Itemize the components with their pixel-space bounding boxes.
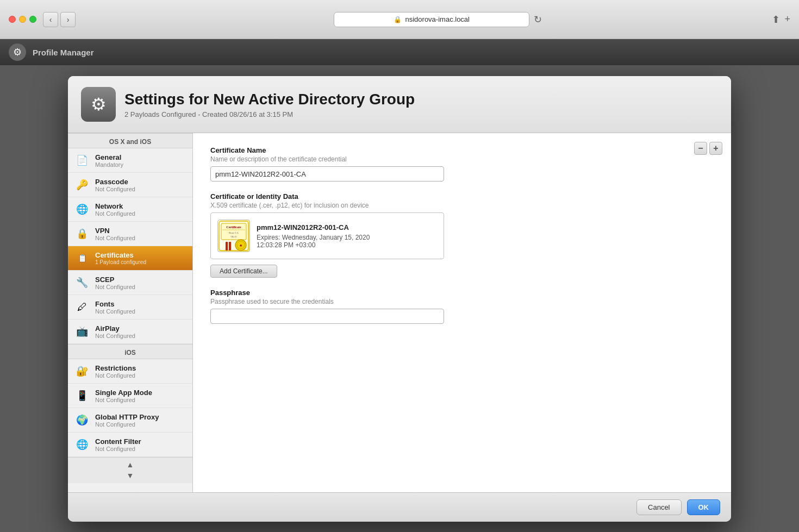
svg-rect-10 bbox=[229, 242, 231, 251]
passcode-icon: 🔑 bbox=[74, 177, 90, 192]
sidebar-item-status: Not Configured bbox=[95, 235, 186, 241]
sidebar-item-single-app-mode[interactable]: 📱 Single App Mode Not Configured bbox=[68, 384, 192, 408]
sidebar-item-name: SCEP bbox=[95, 276, 186, 284]
sidebar-item-text: Content Filter Not Configured bbox=[95, 437, 186, 452]
sidebar-item-text: Passcode Not Configured bbox=[95, 178, 186, 192]
sidebar-section-ios: iOS bbox=[68, 344, 192, 359]
forward-button[interactable]: › bbox=[60, 12, 76, 27]
modal-title: Settings for New Active Directory Group bbox=[124, 91, 415, 108]
share-button[interactable]: ⬆ bbox=[772, 14, 780, 26]
sidebar-item-vpn[interactable]: 🔒 VPN Not Configured bbox=[68, 222, 192, 246]
modal-body: OS X and iOS 📄 General Mandatory 🔑 Passc… bbox=[68, 133, 731, 492]
pm-title: Profile Manager bbox=[33, 48, 94, 57]
sidebar-item-http-proxy[interactable]: 🌍 Global HTTP Proxy Not Configured bbox=[68, 408, 192, 433]
add-certificate-button[interactable]: Add Certificate... bbox=[210, 265, 277, 278]
main-content: ⚙ Settings for New Active Directory Grou… bbox=[0, 65, 799, 532]
sidebar-item-status: Not Configured bbox=[95, 421, 186, 428]
sidebar-item-name: Passcode bbox=[95, 178, 186, 186]
modal-icon: ⚙ bbox=[81, 87, 116, 122]
restrictions-icon: 🔐 bbox=[74, 364, 90, 379]
sidebar-item-scep[interactable]: 🔧 SCEP Not Configured bbox=[68, 271, 192, 295]
passphrase-input[interactable] bbox=[210, 309, 444, 324]
minimize-button[interactable] bbox=[19, 16, 26, 23]
sidebar-item-status: Not Configured bbox=[95, 284, 186, 290]
cert-data-hint: X.509 certificate (.cer, .p12, etc) for … bbox=[210, 202, 714, 209]
sidebar-item-restrictions[interactable]: 🔐 Restrictions Not Configured bbox=[68, 359, 192, 384]
svg-text:Certificate: Certificate bbox=[226, 226, 241, 229]
cert-thumbnail: Certificate Root CA VALID ★ bbox=[217, 220, 250, 252]
http-proxy-icon: 🌍 bbox=[74, 412, 90, 428]
reload-button[interactable]: ↻ bbox=[534, 14, 542, 26]
back-button[interactable]: ‹ bbox=[43, 12, 58, 27]
sidebar-item-passcode[interactable]: 🔑 Passcode Not Configured bbox=[68, 173, 192, 197]
browser-actions: ⬆ + bbox=[772, 14, 790, 26]
scep-icon: 🔧 bbox=[74, 275, 90, 290]
sidebar-item-name: Certificates bbox=[95, 251, 186, 259]
sidebar-item-text: Network Not Configured bbox=[95, 202, 186, 217]
sidebar-item-fonts[interactable]: 🖊 Fonts Not Configured bbox=[68, 295, 192, 320]
cert-name-input[interactable] bbox=[210, 166, 444, 181]
sidebar-item-certificates[interactable]: 📋 Certificates 1 Payload configured bbox=[68, 246, 192, 271]
close-button[interactable] bbox=[9, 16, 16, 23]
cert-data-box: Certificate Root CA VALID ★ bbox=[210, 212, 444, 259]
cert-info: pmm12-WIN2012R2-001-CA Expires: Wednesda… bbox=[257, 223, 370, 249]
single-app-icon: 📱 bbox=[74, 388, 90, 403]
sidebar-item-text: General Mandatory bbox=[95, 153, 186, 168]
modal-dialog: ⚙ Settings for New Active Directory Grou… bbox=[68, 76, 731, 522]
sidebar-item-status: Not Configured bbox=[95, 372, 186, 379]
passphrase-label: Passphrase bbox=[210, 289, 714, 297]
sidebar-item-text: Certificates 1 Payload configured bbox=[95, 251, 186, 265]
cert-name-label: Certificate Name bbox=[210, 146, 714, 154]
panel-controls: − + bbox=[694, 142, 722, 155]
svg-text:VALID: VALID bbox=[230, 235, 236, 238]
modal-footer: Cancel OK bbox=[68, 492, 731, 522]
sidebar-item-status: Not Configured bbox=[95, 446, 186, 452]
airplay-icon: 📺 bbox=[74, 324, 90, 339]
address-bar[interactable]: 🔒 nsidorova-imac.local bbox=[334, 12, 529, 27]
passphrase-section: Passphrase Passphrase used to secure the… bbox=[210, 289, 714, 324]
sidebar-item-status: Not Configured bbox=[95, 308, 186, 315]
passphrase-hint: Passphrase used to secure the credential… bbox=[210, 298, 714, 305]
sidebar-item-text: Restrictions Not Configured bbox=[95, 364, 186, 379]
svg-text:★: ★ bbox=[239, 243, 242, 247]
ok-button[interactable]: OK bbox=[687, 499, 721, 515]
sidebar-item-general[interactable]: 📄 General Mandatory bbox=[68, 148, 192, 173]
sidebar-item-airplay[interactable]: 📺 AirPlay Not Configured bbox=[68, 320, 192, 344]
certificates-icon: 📋 bbox=[74, 251, 90, 266]
sidebar-item-name: Network bbox=[95, 202, 186, 210]
sidebar-item-network[interactable]: 🌐 Network Not Configured bbox=[68, 197, 192, 222]
add-payload-button[interactable]: + bbox=[709, 142, 722, 155]
network-icon: 🌐 bbox=[74, 202, 90, 217]
address-bar-container: 🔒 nsidorova-imac.local ↻ bbox=[110, 12, 765, 27]
main-panel: − + Certificate Name Name or description… bbox=[193, 133, 731, 492]
sidebar-item-name: VPN bbox=[95, 227, 186, 235]
sidebar-item-text: AirPlay Not Configured bbox=[95, 324, 186, 339]
sidebar-item-text: SCEP Not Configured bbox=[95, 276, 186, 290]
fullscreen-button[interactable] bbox=[29, 16, 36, 23]
cancel-button[interactable]: Cancel bbox=[636, 499, 681, 515]
pm-bar: ⚙ Profile Manager bbox=[0, 39, 799, 65]
sidebar-item-text: Fonts Not Configured bbox=[95, 300, 186, 315]
modal-subtitle: 2 Payloads Configured - Created 08/26/16… bbox=[124, 110, 415, 118]
scroll-down-button[interactable]: ▼ bbox=[127, 471, 134, 481]
pm-logo-icon: ⚙ bbox=[9, 43, 26, 61]
sidebar-item-status: Not Configured bbox=[95, 210, 186, 217]
cert-expires: Expires: Wednesday, January 15, 2020 12:… bbox=[257, 234, 370, 249]
svg-rect-9 bbox=[226, 242, 228, 251]
scroll-up-button[interactable]: ▲ bbox=[127, 460, 134, 471]
new-tab-button[interactable]: + bbox=[784, 14, 790, 26]
sidebar-item-status: Not Configured bbox=[95, 333, 186, 339]
cert-name-hint: Name or description of the certificate c… bbox=[210, 155, 714, 163]
url-text: nsidorova-imac.local bbox=[405, 15, 470, 23]
cert-entry: Certificate Root CA VALID ★ bbox=[217, 220, 437, 252]
lock-icon: 🔒 bbox=[394, 16, 402, 23]
sidebar-scroll-controls: ▲ ▼ bbox=[68, 457, 192, 483]
cert-name-display: pmm12-WIN2012R2-001-CA bbox=[257, 223, 370, 231]
sidebar-item-status: Not Configured bbox=[95, 397, 186, 403]
cert-data-label: Certificate or Identity Data bbox=[210, 192, 714, 201]
cert-data-section: Certificate or Identity Data X.509 certi… bbox=[210, 192, 714, 278]
remove-payload-button[interactable]: − bbox=[694, 142, 707, 155]
sidebar-item-content-filter[interactable]: 🌐 Content Filter Not Configured bbox=[68, 433, 192, 457]
fonts-icon: 🖊 bbox=[74, 299, 90, 315]
sidebar-item-name: Restrictions bbox=[95, 364, 186, 372]
